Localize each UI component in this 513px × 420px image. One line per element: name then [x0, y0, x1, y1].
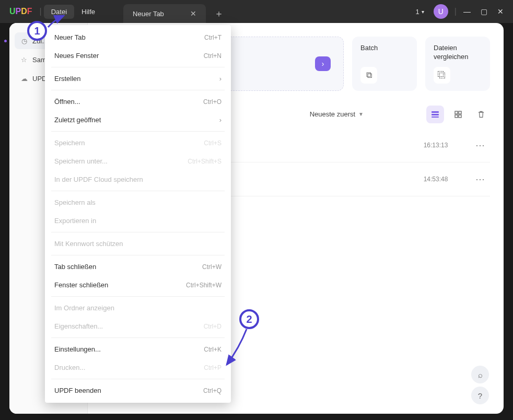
menu-shortcut: Ctrl+S	[204, 139, 221, 147]
star-icon: ☆	[20, 55, 28, 64]
annotation-step-1: 1	[27, 21, 47, 41]
menu-label: Neuer Tab	[54, 33, 86, 41]
app-logo: UPDF	[9, 7, 32, 16]
menu-label: Fenster schließen	[54, 281, 108, 289]
menu-item[interactable]: UPDF beendenCtrl+Q	[45, 381, 231, 400]
svg-rect-4	[459, 111, 461, 114]
menu-label: Eigenschaften...	[54, 322, 103, 330]
indicator-dot	[4, 40, 7, 42]
maximize-icon[interactable]: ▢	[475, 7, 492, 16]
svg-rect-1	[432, 114, 439, 115]
open-arrow-icon[interactable]: ›	[315, 56, 331, 71]
menu-divider	[51, 337, 225, 338]
tab-label: Neuer Tab	[133, 10, 164, 18]
menu-divider	[51, 90, 225, 90]
svg-rect-5	[455, 115, 458, 118]
cloud-icon: ☁	[20, 74, 28, 83]
file-time: 14:53:48	[399, 176, 472, 183]
chevron-down-icon: ▾	[422, 9, 424, 15]
menu-shortcut: Ctrl+D	[204, 323, 221, 330]
search-fab[interactable]: ⌕	[471, 366, 489, 383]
menu-label: Zuletzt geöffnet	[54, 116, 101, 124]
menu-label: Im Ordner anzeigen	[54, 304, 114, 312]
menu-shortcut: Ctrl+K	[204, 346, 221, 353]
batch-card[interactable]: Batch ⧉	[352, 37, 417, 91]
compare-card[interactable]: Dateien vergleichen ⿻	[425, 37, 490, 91]
menu-shortcut: Ctrl+Q	[203, 387, 221, 394]
menu-divider	[51, 379, 225, 379]
menu-divider	[51, 191, 225, 191]
menu-label: Öffnen...	[54, 98, 80, 106]
menu-item[interactable]: Neues FensterCtrl+N	[45, 46, 231, 65]
view-list-icon[interactable]	[426, 106, 444, 123]
menu-shortcut: Ctrl+Shift+S	[188, 158, 221, 165]
window-count[interactable]: 1 ▾	[416, 8, 424, 16]
menu-item: Eigenschaften...Ctrl+D	[45, 317, 231, 335]
menu-divider	[51, 255, 225, 255]
titlebar: UPDF | Datei Hilfe Neuer Tab ✕ ＋ 1 ▾ U |…	[0, 0, 513, 23]
menu-item[interactable]: Zuletzt geöffnet›	[45, 111, 231, 129]
file-time: 16:13:13	[399, 142, 472, 149]
help-fab[interactable]: ?	[471, 387, 489, 404]
menu-help[interactable]: Hilfe	[74, 5, 102, 19]
sort-dropdown[interactable]: Neueste zuerst ▼	[310, 110, 364, 118]
separator: |	[454, 7, 457, 16]
file-menu-dropdown: Neuer TabCtrl+TNeues FensterCtrl+NErstel…	[45, 25, 231, 403]
annotation-arrow-1	[46, 14, 67, 29]
menu-item[interactable]: Erstellen›	[45, 69, 231, 88]
menu-item[interactable]: Öffnen...Ctrl+O	[45, 92, 231, 111]
close-window-icon[interactable]: ✕	[492, 7, 509, 16]
tab-strip: Neuer Tab ✕ ＋	[123, 0, 229, 23]
menu-item: Exportieren in	[45, 212, 231, 230]
menu-label: Drucken...	[54, 364, 85, 371]
more-icon[interactable]: ⋯	[472, 173, 488, 185]
compare-icon: ⿻	[434, 67, 450, 84]
annotation-arrow-2	[224, 327, 251, 369]
more-icon[interactable]: ⋯	[472, 139, 488, 151]
batch-label: Batch	[360, 44, 409, 53]
menu-label: Neues Fenster	[54, 52, 99, 60]
menu-label: Speichern als	[54, 199, 96, 206]
svg-rect-0	[432, 111, 439, 113]
menu-label: Exportieren in	[54, 217, 96, 225]
tab-new[interactable]: Neuer Tab ✕	[123, 4, 206, 23]
chevron-down-icon: ▼	[358, 111, 364, 117]
view-grid-icon[interactable]	[449, 106, 467, 123]
menu-item: Mit Kennwort schützen	[45, 235, 231, 253]
menu-shortcut: Ctrl+P	[204, 364, 221, 371]
menu-item: SpeichernCtrl+S	[45, 134, 231, 152]
menu-item: Drucken...Ctrl+P	[45, 358, 231, 377]
menu-item: Speichern unter...Ctrl+Shift+S	[45, 152, 231, 170]
menu-item[interactable]: Einstellungen...Ctrl+K	[45, 340, 231, 358]
menu-item[interactable]: Tab schließenCtrl+W	[45, 258, 231, 276]
trash-icon[interactable]	[472, 106, 490, 123]
menu-shortcut: Ctrl+T	[204, 34, 221, 41]
menu-divider	[51, 296, 225, 297]
menu-label: Tab schließen	[54, 263, 96, 271]
window-count-value: 1	[416, 8, 419, 16]
menu-label: Speichern	[54, 139, 85, 147]
annotation-step-2: 2	[239, 309, 259, 329]
svg-rect-3	[455, 111, 458, 114]
menu-label: In der UPDF Cloud speichern	[54, 176, 143, 183]
menu-label: Erstellen	[54, 75, 81, 83]
menu-label: UPDF beenden	[54, 387, 101, 394]
avatar[interactable]: U	[434, 4, 448, 19]
svg-rect-2	[432, 116, 439, 118]
clock-icon: ◷	[20, 37, 28, 45]
menu-label: Speichern unter...	[54, 157, 108, 165]
menu-divider	[51, 67, 225, 67]
menu-divider	[51, 131, 225, 132]
menu-label: Mit Kennwort schützen	[54, 240, 123, 248]
minimize-icon[interactable]: —	[459, 7, 475, 16]
menu-item[interactable]: Fenster schließenCtrl+Shift+W	[45, 276, 231, 294]
add-tab-icon[interactable]: ＋	[209, 4, 229, 23]
chevron-right-icon: ›	[219, 75, 221, 83]
menu-item[interactable]: Neuer TabCtrl+T	[45, 28, 231, 46]
menu-item: Speichern als	[45, 193, 231, 212]
separator: |	[40, 7, 42, 16]
close-icon[interactable]: ✕	[190, 9, 196, 18]
menu-shortcut: Ctrl+W	[202, 263, 221, 271]
svg-rect-6	[459, 115, 461, 118]
menu-label: Einstellungen...	[54, 345, 101, 353]
